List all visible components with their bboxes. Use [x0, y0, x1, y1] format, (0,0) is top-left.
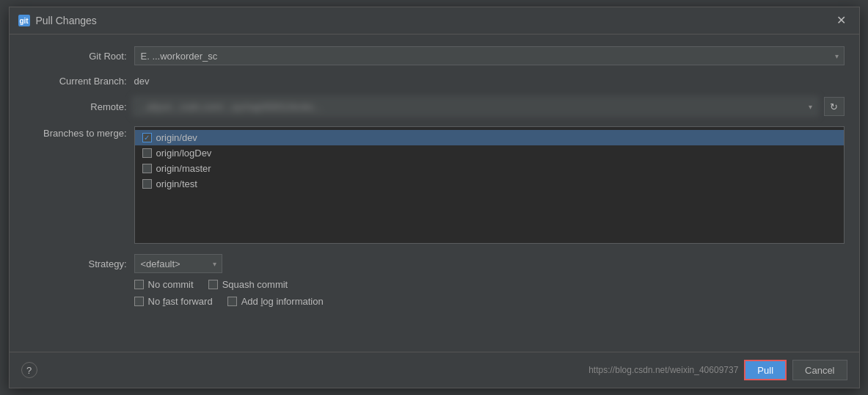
- add-log-info-label: Add log information: [241, 296, 324, 307]
- no-fast-forward-option[interactable]: No fast forward: [134, 296, 213, 307]
- branch-item-origin-master[interactable]: origin/master: [135, 161, 844, 176]
- strategy-label: Strategy:: [24, 258, 127, 269]
- current-branch-row: Current Branch: dev: [24, 76, 845, 87]
- branch-name-origin-dev: origin/dev: [156, 132, 197, 143]
- pull-button[interactable]: Pull: [744, 360, 787, 380]
- git-root-dropdown-wrapper: E. ...workorder_sc ▾: [134, 46, 845, 65]
- footer-left: ?: [21, 362, 37, 378]
- refresh-button[interactable]: ↻: [824, 97, 845, 116]
- options-row-1: No commit Squash commit: [134, 279, 845, 290]
- squash-commit-option[interactable]: Squash commit: [208, 279, 288, 290]
- current-branch-value: dev: [134, 76, 150, 87]
- dialog-body: Git Root: E. ...workorder_sc ▾ Current B…: [10, 35, 859, 352]
- branch-item-origin-test[interactable]: origin/test: [135, 176, 844, 192]
- title-bar: git Pull Changes ✕: [10, 7, 859, 35]
- current-branch-label: Current Branch:: [24, 76, 127, 87]
- branches-section: Branches to merge: ✓ origin/dev origin/l…: [24, 126, 845, 244]
- dialog-footer: ? https://blog.csdn.net/weixin_40609737 …: [10, 352, 859, 388]
- refresh-icon: ↻: [830, 101, 838, 112]
- branches-list: ✓ origin/dev origin/logDev origin/master…: [134, 126, 845, 244]
- add-log-info-checkbox[interactable]: [227, 297, 237, 306]
- remote-label: Remote:: [24, 101, 127, 112]
- no-commit-checkbox[interactable]: [134, 280, 144, 289]
- add-log-info-option[interactable]: Add log information: [227, 296, 324, 307]
- footer-right: https://blog.csdn.net/weixin_40609737 Pu…: [588, 360, 847, 380]
- no-fast-forward-label: No fast forward: [148, 296, 213, 307]
- branch-item-origin-dev[interactable]: ✓ origin/dev: [135, 130, 844, 145]
- branch-checkbox-origin-test[interactable]: [142, 179, 152, 189]
- git-icon: git: [18, 15, 30, 26]
- squash-commit-checkbox[interactable]: [208, 280, 218, 289]
- no-commit-option[interactable]: No commit: [134, 279, 194, 290]
- git-root-dropdown[interactable]: E. ...workorder_sc: [134, 46, 845, 65]
- strategy-dropdown[interactable]: <default> resolve recursive octopus ours…: [134, 254, 222, 273]
- dialog-title: Pull Changes: [36, 15, 97, 26]
- branch-name-origin-master: origin/master: [156, 163, 211, 174]
- branch-checkbox-origin-dev[interactable]: ✓: [142, 133, 152, 142]
- url-text: https://blog.csdn.net/weixin_40609737: [588, 365, 738, 375]
- cancel-button[interactable]: Cancel: [792, 360, 847, 380]
- options-row-2: No fast forward Add log information: [134, 296, 845, 307]
- remote-row: Remote: ...aliyun...csdn.com/...zychap00…: [24, 97, 845, 116]
- branch-checkbox-origin-master[interactable]: [142, 164, 152, 173]
- no-commit-label: No commit: [148, 279, 194, 290]
- strategy-section: Strategy: <default> resolve recursive oc…: [24, 254, 845, 307]
- squash-commit-label: Squash commit: [222, 279, 288, 290]
- branch-name-origin-logdev: origin/logDev: [156, 148, 212, 159]
- pull-changes-dialog: git Pull Changes ✕ Git Root: E. ...worko…: [9, 7, 860, 388]
- strategy-row: Strategy: <default> resolve recursive oc…: [24, 254, 845, 273]
- close-button[interactable]: ✕: [832, 13, 850, 28]
- title-bar-left: git Pull Changes: [18, 15, 97, 26]
- remote-dropdown-wrapper: ...aliyun...csdn.com/...zychap00001/brok…: [133, 97, 818, 116]
- branches-to-merge-label: Branches to merge:: [24, 128, 127, 139]
- git-root-row: Git Root: E. ...workorder_sc ▾: [24, 46, 845, 65]
- help-button[interactable]: ?: [21, 362, 37, 378]
- remote-dropdown[interactable]: ...aliyun...csdn.com/...zychap00001/brok…: [133, 97, 818, 116]
- branch-name-origin-test: origin/test: [156, 178, 197, 189]
- strategy-dropdown-wrapper: <default> resolve recursive octopus ours…: [134, 254, 222, 273]
- branch-item-origin-logdev[interactable]: origin/logDev: [135, 145, 844, 161]
- git-root-label: Git Root:: [24, 51, 127, 62]
- branch-checkbox-origin-logdev[interactable]: [142, 148, 152, 158]
- no-fast-forward-checkbox[interactable]: [134, 297, 144, 306]
